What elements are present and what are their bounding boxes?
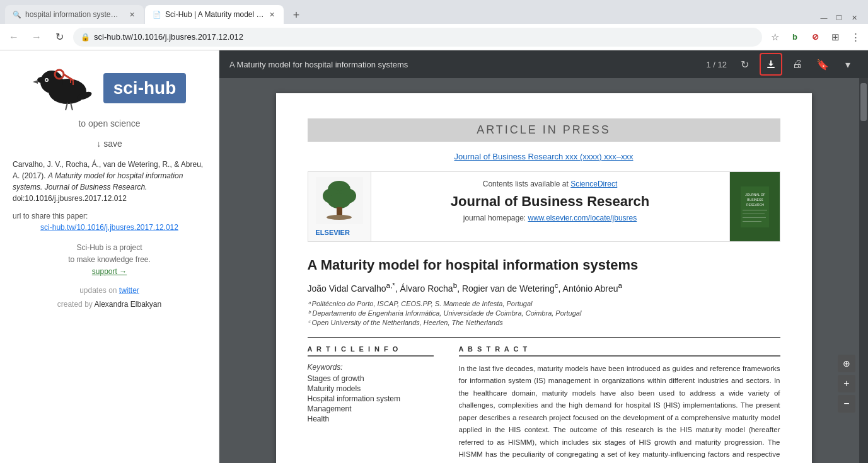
- svg-text:JOURNAL OF: JOURNAL OF: [745, 193, 765, 197]
- browser-chrome: 🔍 hospital information system - Go... ✕ …: [0, 0, 868, 50]
- created-by: created by Alexandra Elbakyan: [57, 300, 161, 309]
- address-right-icons: ☆ b ⊘ ⊞ ⋮: [767, 30, 863, 45]
- main-area: sci-hub to open science ↓ save Carvalho,…: [0, 50, 868, 463]
- article-in-press-banner: ARTICLE IN PRESS: [308, 118, 780, 142]
- maximize-button[interactable]: ☐: [833, 11, 845, 24]
- pdf-title: A Maturity model for hospital informatio…: [229, 60, 698, 69]
- mission-line1: Sci-Hub is a project: [68, 242, 151, 254]
- abstract-section: A B S T R A C T In the last five decades…: [459, 345, 780, 463]
- new-tab-button[interactable]: +: [287, 6, 305, 24]
- forward-button[interactable]: →: [28, 28, 45, 46]
- article-info-heading: A R T I C L E I N F O: [308, 345, 434, 357]
- abstract-heading: A B S T R A C T: [459, 345, 780, 357]
- scihub-brand-box: sci-hub: [103, 73, 187, 103]
- zoom-out-button[interactable]: −: [838, 395, 855, 413]
- updates-text: updates on: [79, 286, 117, 295]
- pdf-menu-icon[interactable]: ▾: [838, 54, 858, 74]
- svg-marker-3: [33, 80, 38, 84]
- url-share-label: url to share this paper:: [13, 212, 206, 220]
- twitter-note: updates on twitter: [79, 286, 139, 295]
- paper-authors: João Vidal Carvalhoa,*, Álvaro Rochab, R…: [308, 281, 780, 294]
- created-label: created by: [57, 300, 93, 309]
- reload-button[interactable]: ↻: [50, 28, 68, 46]
- journal-header: ELSEVIER Contents lists available at Sci…: [308, 171, 780, 242]
- tab1-title: hospital information system - Go...: [25, 10, 124, 19]
- tab-scihub[interactable]: 📄 Sci-Hub | A Maturity model for h... ✕: [145, 5, 284, 24]
- support-link[interactable]: support →: [92, 267, 127, 276]
- scrollbar-thumb[interactable]: [860, 83, 867, 121]
- pdf-content[interactable]: ARTICLE IN PRESS Journal of Business Res…: [219, 78, 868, 463]
- citation-text: Carvalho, J. V., Rocha, Á., van de Weter…: [13, 159, 206, 204]
- journal-link[interactable]: Journal of Business Research xxx (xxxx) …: [308, 152, 780, 161]
- scihub-sidebar: sci-hub to open science ↓ save Carvalho,…: [0, 50, 219, 463]
- tab2-favicon: 📄: [153, 11, 161, 19]
- elsevier-homepage-link[interactable]: www.elsevier.com/locate/jbusres: [528, 214, 637, 222]
- svg-rect-27: [743, 214, 765, 214]
- journal-name: Journal of Business Research: [384, 193, 717, 210]
- zoom-controls: ⊕ + −: [838, 355, 855, 413]
- abstract-text: In the last five decades, maturity model…: [459, 363, 780, 463]
- keywords-label: Keywords:: [308, 363, 434, 372]
- save-button[interactable]: ↓ save: [96, 139, 122, 149]
- svg-rect-29: [743, 221, 761, 222]
- extensions-icon[interactable]: ⊞: [828, 30, 843, 45]
- svg-rect-26: [743, 210, 767, 210]
- two-column-section: A R T I C L E I N F O Keywords: Stages o…: [308, 345, 780, 463]
- minimize-button[interactable]: —: [818, 11, 830, 24]
- contents-line: Contents lists available at ScienceDirec…: [384, 180, 717, 188]
- url-text: sci-hub.tw/10.1016/j.jbusres.2017.12.012: [94, 32, 755, 42]
- svg-point-5: [45, 79, 47, 81]
- pdf-toolbar: A Maturity model for hospital informatio…: [219, 50, 868, 78]
- affiliation-c: ᶜ Open University of the Netherlands, He…: [308, 319, 780, 327]
- tab-bar: 🔍 hospital information system - Go... ✕ …: [0, 0, 868, 24]
- address-bar: ← → ↻ 🔒 sci-hub.tw/10.1016/j.jbusres.201…: [0, 24, 868, 50]
- elsevier-logo: ELSEVIER: [316, 229, 363, 236]
- svg-point-18: [328, 193, 350, 209]
- scihub-tagline: to open science: [78, 118, 140, 129]
- pdf-page-info: 1 / 12: [706, 60, 727, 69]
- close-button[interactable]: ✕: [848, 11, 860, 24]
- zoom-in-button[interactable]: +: [838, 375, 855, 392]
- mission-line2: to make knowledge free.: [68, 254, 151, 266]
- keyword-health: Health: [308, 414, 434, 423]
- pdf-print-icon[interactable]: 🖨: [787, 54, 807, 74]
- journal-thumb-inner: JOURNAL OF BUSINESS RESEARCH: [736, 181, 773, 232]
- article-info: A R T I C L E I N F O Keywords: Stages o…: [308, 345, 434, 463]
- lock-icon: 🔒: [81, 33, 90, 42]
- affiliation-b: ᵇ Departamento de Engenharia Informática…: [308, 309, 780, 317]
- pdf-scrollbar[interactable]: [859, 78, 868, 463]
- paper-title: A Maturity model for hospital informatio…: [308, 257, 780, 273]
- back-button[interactable]: ←: [5, 28, 23, 46]
- bookmark-star-icon[interactable]: ☆: [767, 30, 782, 45]
- pdf-rotate-icon[interactable]: ↻: [734, 54, 755, 74]
- tab2-title: Sci-Hub | A Maturity model for h...: [165, 10, 264, 19]
- svg-rect-28: [743, 217, 766, 218]
- svg-line-12: [71, 103, 72, 110]
- svg-text:RESEARCH: RESEARCH: [746, 203, 764, 207]
- url-share-link[interactable]: sci-hub.tw/10.1016/j.jbusres.2017.12.012: [40, 223, 178, 232]
- menu-icon[interactable]: ⋮: [848, 30, 863, 45]
- svg-rect-13: [767, 67, 775, 68]
- adblock-icon[interactable]: ⊘: [807, 30, 823, 45]
- pdf-page: ARTICLE IN PRESS Journal of Business Res…: [276, 93, 812, 463]
- tab1-favicon: 🔍: [13, 11, 21, 19]
- pdf-bookmark-icon[interactable]: 🔖: [813, 54, 833, 74]
- tab2-close[interactable]: ✕: [268, 9, 276, 20]
- pdf-download-button[interactable]: [760, 53, 782, 76]
- tab1-close[interactable]: ✕: [128, 9, 136, 20]
- pdf-area: A Maturity model for hospital informatio…: [219, 50, 868, 463]
- zoom-pan-icon[interactable]: ⊕: [838, 355, 855, 372]
- tab-hospital-info[interactable]: 🔍 hospital information system - Go... ✕: [5, 5, 144, 24]
- keyword-his: Hospital information system: [308, 394, 434, 403]
- twitter-link[interactable]: twitter: [119, 286, 139, 295]
- bing-icon[interactable]: b: [787, 30, 802, 45]
- journal-thumbnail: JOURNAL OF BUSINESS RESEARCH: [729, 172, 780, 241]
- affiliation-a: ᵃ Politécnico do Porto, ISCAP, CEOS.PP, …: [308, 300, 780, 308]
- svg-point-20: [327, 215, 352, 220]
- url-bar[interactable]: 🔒 sci-hub.tw/10.1016/j.jbusres.2017.12.0…: [73, 28, 762, 47]
- creator-name: Alexandra Elbakyan: [94, 300, 161, 309]
- sciencedirect-link[interactable]: ScienceDirect: [570, 180, 617, 188]
- keyword-stages: Stages of growth: [308, 374, 434, 383]
- affiliations: ᵃ Politécnico do Porto, ISCAP, CEOS.PP, …: [308, 300, 780, 327]
- section-divider: [308, 337, 780, 338]
